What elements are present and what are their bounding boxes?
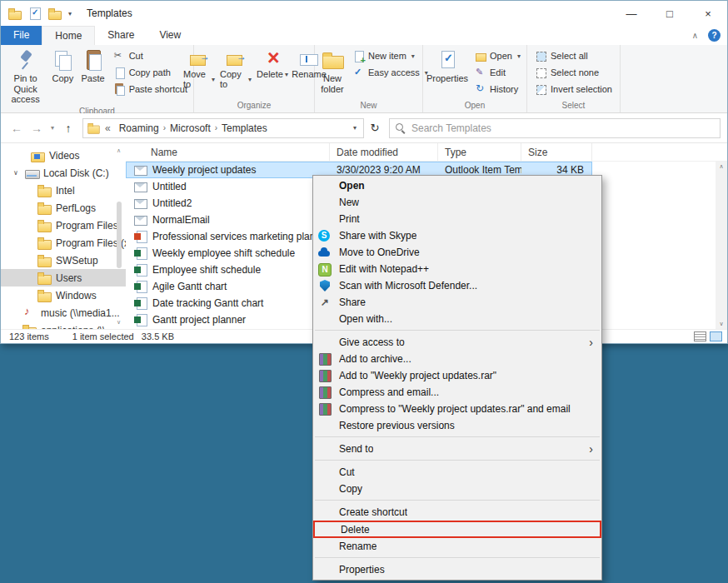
file-list-scrollbar[interactable]: ∧ ∨ <box>716 162 727 329</box>
address-box[interactable]: « Roaming › Microsoft › Templates ▾ <box>82 118 364 138</box>
menu-item-rename[interactable]: Rename <box>313 538 601 555</box>
sidebar-item-users[interactable]: Users <box>1 269 126 287</box>
forward-button[interactable]: → <box>27 122 46 135</box>
scroll-up-icon[interactable]: ∧ <box>719 163 723 170</box>
move-to-button[interactable]: Move to▾ <box>182 47 217 91</box>
sidebar-item-windows[interactable]: Windows <box>1 287 126 304</box>
menu-item-add-to-archive[interactable]: Add to archive... <box>313 351 601 367</box>
excel-icon <box>134 264 147 276</box>
disk-icon <box>25 167 39 179</box>
copy-label: Copy <box>52 73 74 84</box>
edit-button[interactable]: Edit <box>471 64 524 81</box>
address-dropdown-icon[interactable]: ▾ <box>350 124 360 132</box>
breadcrumb-microsoft[interactable]: Microsoft <box>166 122 215 134</box>
expand-chevron-icon[interactable]: ∨ <box>11 169 21 177</box>
sidebar-item-intel[interactable]: Intel <box>1 182 126 199</box>
menu-item-copy[interactable]: Copy <box>313 481 601 497</box>
menu-item-scan-with-microsoft-defender[interactable]: Scan with Microsoft Defender... <box>313 277 601 294</box>
menu-item-move-to-onedrive[interactable]: Move to OneDrive <box>313 244 601 261</box>
column-header-type[interactable]: Type <box>438 143 521 161</box>
column-header-name[interactable]: Name <box>126 143 330 161</box>
menu-item-edit-with-notepad[interactable]: Edit with Notepad++ <box>313 261 601 277</box>
menu-item-create-shortcut[interactable]: Create shortcut <box>313 504 601 521</box>
file-name: NormalEmail <box>152 214 210 226</box>
help-icon[interactable]: ? <box>708 29 721 42</box>
sidebar-scrollbar[interactable]: ∧ ∨ <box>115 147 122 326</box>
scroll-up-icon[interactable]: ∧ <box>117 147 121 154</box>
open-button[interactable]: Open ▾ <box>471 47 524 64</box>
breadcrumb-roaming[interactable]: Roaming <box>115 122 163 134</box>
sidebar-item-videos[interactable]: Videos <box>1 147 126 164</box>
details-view-icon[interactable] <box>694 331 706 341</box>
easy-access-button[interactable]: Easy access ▾ <box>349 64 431 81</box>
new-item-button[interactable]: New item ▾ <box>349 47 431 64</box>
group-label-organize: Organize <box>194 100 314 112</box>
paste-button[interactable]: Paste <box>77 47 107 85</box>
pin-to-quick-access-button[interactable]: Pin to Quick access <box>3 47 47 106</box>
menu-separator <box>315 436 600 437</box>
menu-item-add-to-weekly-project-updates-rar[interactable]: Add to "Weekly project updates.rar" <box>313 367 601 384</box>
refresh-button[interactable]: ↻ <box>366 122 384 134</box>
menu-item-delete[interactable]: Delete <box>313 521 601 538</box>
search-box[interactable]: Search Templates <box>389 118 721 138</box>
close-button[interactable]: × <box>689 1 727 26</box>
thumbnail-view-icon[interactable] <box>710 331 722 341</box>
select-none-button[interactable]: Select none <box>531 64 616 81</box>
sidebar-item-program-files-x86[interactable]: Program Files (x86) <box>1 234 126 252</box>
minimize-button[interactable]: — <box>612 1 651 26</box>
menu-item-share-with-skype[interactable]: Share with Skype <box>313 227 601 244</box>
back-button[interactable]: ← <box>7 122 26 135</box>
menu-item-compress-to-weekly-project-updates-rar-and-email[interactable]: Compress to "Weekly project updates.rar"… <box>313 401 601 417</box>
breadcrumb-templates[interactable]: Templates <box>217 122 272 134</box>
tab-home[interactable]: Home <box>42 26 95 45</box>
paste-shortcut-button[interactable]: Paste shortcut <box>110 81 191 97</box>
scroll-down-icon[interactable]: ∨ <box>117 319 121 326</box>
pin-label: Pin to Quick access <box>5 73 46 105</box>
maximize-button[interactable]: □ <box>651 1 689 26</box>
menu-item-open-with[interactable]: Open with... <box>313 311 601 327</box>
column-header-date-modified[interactable]: Date modified <box>330 143 438 161</box>
sidebar-item-swsetup[interactable]: SWSetup <box>1 252 126 269</box>
menu-item-compress-and-email[interactable]: Compress and email... <box>313 384 601 401</box>
menu-item-share[interactable]: Share <box>313 294 601 311</box>
history-button[interactable]: History <box>471 81 524 97</box>
sidebar-item-applications[interactable]: applications (\\... <box>1 321 126 329</box>
scroll-down-icon[interactable]: ∨ <box>719 321 723 327</box>
tab-view[interactable]: View <box>147 26 193 45</box>
cut-button[interactable]: Cut <box>110 47 191 64</box>
up-button[interactable]: ↑ <box>59 122 77 135</box>
sidebar-item-perflogs[interactable]: PerfLogs <box>1 199 126 217</box>
select-all-button[interactable]: Select all <box>531 47 616 64</box>
qat-new-folder-icon[interactable] <box>48 7 62 19</box>
menu-item-send-to[interactable]: Send to› <box>313 441 601 457</box>
recent-locations-chevron-icon[interactable]: ▾ <box>47 124 57 132</box>
delete-button[interactable]: Delete▾ <box>255 47 290 81</box>
invert-selection-button[interactable]: Invert selection <box>531 81 616 97</box>
tab-share[interactable]: Share <box>95 26 147 45</box>
qat-customize-chevron-icon[interactable]: ▾ <box>68 10 72 17</box>
column-header-size[interactable]: Size <box>521 143 592 161</box>
copy-to-button[interactable]: Copy to▾ <box>218 47 253 91</box>
outlook-icon <box>134 197 147 209</box>
menu-item-label: Give access to <box>339 336 405 348</box>
menu-item-open[interactable]: Open <box>313 177 601 194</box>
menu-item-restore-previous-versions[interactable]: Restore previous versions <box>313 417 601 434</box>
properties-button[interactable]: Properties <box>426 47 469 85</box>
breadcrumb-root[interactable]: « <box>101 122 115 134</box>
menu-item-new[interactable]: New <box>313 194 601 211</box>
sidebar-item-program-files[interactable]: Program Files <box>1 217 126 234</box>
qat-properties-icon[interactable] <box>28 7 42 19</box>
excel-icon <box>134 247 147 259</box>
copy-button[interactable]: Copy <box>47 47 77 85</box>
sidebar-item-music-media1[interactable]: music (\\media1... <box>1 304 126 321</box>
menu-item-cut[interactable]: Cut <box>313 464 601 481</box>
collapse-ribbon-icon[interactable]: ∧ <box>692 31 698 40</box>
tab-file[interactable]: File <box>1 26 42 45</box>
menu-item-print[interactable]: Print <box>313 211 601 227</box>
select-none-icon <box>535 67 547 79</box>
menu-item-properties[interactable]: Properties <box>313 561 601 578</box>
copy-path-button[interactable]: Copy path <box>110 64 191 81</box>
sidebar-item-local-disk-c[interactable]: ∨Local Disk (C:) <box>1 164 126 182</box>
new-folder-button[interactable]: New folder <box>317 47 347 95</box>
menu-item-give-access-to[interactable]: Give access to› <box>313 334 601 351</box>
